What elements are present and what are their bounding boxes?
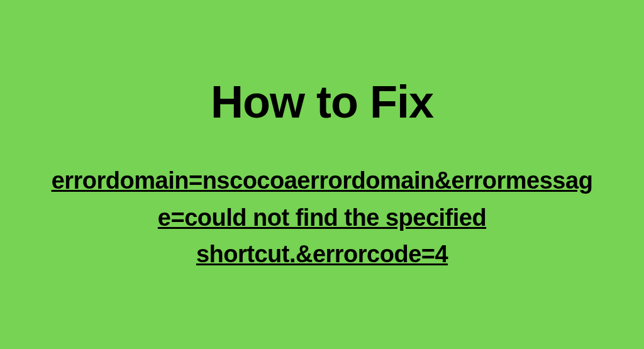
error-message-text: errordomain=nscocoaerrordomain&errormess… xyxy=(45,162,599,274)
page-heading: How to Fix xyxy=(211,76,433,128)
